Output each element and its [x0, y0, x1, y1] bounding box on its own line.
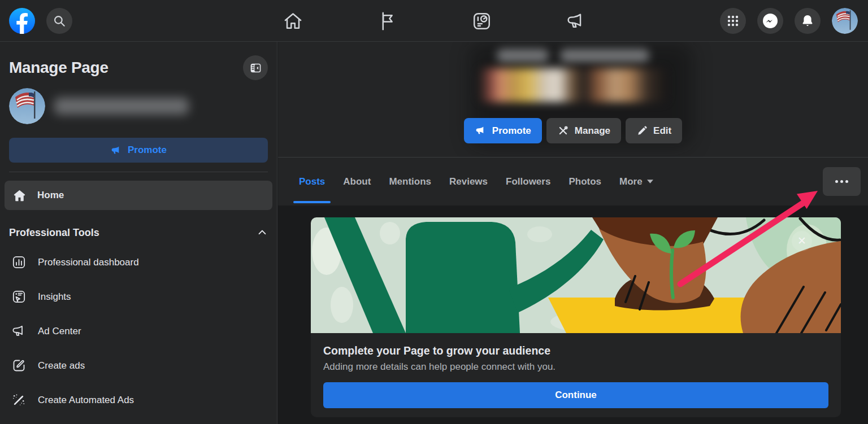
tab-label: More	[619, 176, 643, 187]
pencil-icon	[636, 125, 648, 137]
card-body: Complete your Page to grow your audience…	[311, 333, 841, 417]
sidebar-header: Manage Page	[9, 55, 268, 80]
manage-button[interactable]: Manage	[546, 118, 621, 143]
ads-nav-button[interactable]	[558, 0, 594, 42]
tab-label: Mentions	[389, 176, 431, 187]
sidebar-item-insights[interactable]: Insights	[0, 279, 277, 314]
bell-icon	[800, 14, 815, 28]
section-label: Professional Tools	[9, 227, 99, 239]
sidebar-promote-button[interactable]: Promote	[9, 138, 268, 163]
continue-button[interactable]: Continue	[323, 382, 828, 408]
follower-photos-redacted	[479, 68, 667, 102]
magic-wand-icon	[11, 392, 27, 408]
page-title: Manage Page	[9, 59, 108, 77]
page-content: ✕ Complete your Page to grow your audien…	[278, 206, 868, 424]
notifications-button[interactable]	[795, 8, 821, 34]
close-card-button[interactable]: ✕	[792, 231, 812, 251]
pages-nav-button[interactable]	[369, 0, 405, 42]
tab-about[interactable]: About	[334, 158, 380, 206]
tools-icon	[557, 125, 569, 137]
megaphone-icon	[475, 125, 487, 137]
page-avatar[interactable]	[9, 88, 45, 124]
more-options-button[interactable]	[823, 167, 861, 196]
sidebar-home-label: Home	[37, 190, 64, 201]
tab-mentions[interactable]: Mentions	[380, 158, 440, 206]
page-name-redacted	[54, 98, 189, 115]
professional-tools-list: Professional dashboard Insights Ad Cente…	[0, 245, 277, 417]
page-header: Promote Manage Edit	[278, 42, 868, 157]
tab-followers[interactable]: Followers	[497, 158, 559, 206]
home-icon	[283, 11, 303, 32]
insights-icon	[11, 289, 27, 304]
sidebar-item-home[interactable]: Home	[5, 181, 272, 210]
page-tabs: Posts About Mentions Reviews Followers P…	[278, 157, 868, 206]
tab-label: Photos	[568, 176, 601, 187]
tab-label: Posts	[299, 176, 325, 187]
card-subtitle: Adding more details can help people conn…	[323, 361, 828, 373]
ellipsis-icon	[845, 180, 848, 183]
tab-reviews[interactable]: Reviews	[440, 158, 497, 206]
sidebar-item-professional-dashboard[interactable]: Professional dashboard	[0, 245, 277, 279]
flag-avatar-image	[9, 88, 45, 124]
megaphone-icon	[566, 11, 587, 32]
page-main-area: Promote Manage Edit	[278, 42, 868, 424]
caret-down-icon	[647, 180, 653, 183]
tool-label: Professional dashboard	[38, 257, 139, 268]
sidebar-item-create-ads[interactable]: Create ads	[0, 348, 277, 383]
dashboard-nav-button[interactable]	[464, 0, 500, 42]
promote-button[interactable]: Promote	[464, 118, 542, 143]
dashboard-icon	[11, 255, 27, 270]
gardening-illustration	[311, 217, 841, 333]
ellipsis-icon	[835, 180, 838, 183]
facebook-logo[interactable]	[9, 8, 35, 34]
panel-collapse-icon	[249, 61, 263, 75]
page-action-buttons: Promote Manage Edit	[278, 118, 868, 143]
card-title: Complete your Page to grow your audience	[323, 344, 828, 357]
topbar-right-cluster	[720, 8, 858, 34]
flag-avatar-image	[832, 8, 858, 34]
home-nav-button[interactable]	[275, 0, 311, 42]
tool-label: Create ads	[38, 360, 85, 371]
home-icon	[12, 189, 27, 203]
ellipsis-icon	[840, 180, 843, 183]
search-button[interactable]	[46, 8, 72, 34]
sidebar-item-ad-center[interactable]: Ad Center	[0, 314, 277, 348]
megaphone-icon	[110, 145, 122, 156]
topbar-center-nav	[275, 0, 594, 42]
page-stats-redacted	[278, 49, 868, 62]
apps-menu-button[interactable]	[720, 8, 746, 34]
manage-label: Manage	[575, 125, 610, 137]
manage-page-sidebar: Manage Page	[0, 42, 277, 424]
profile-avatar[interactable]	[832, 8, 858, 34]
tab-label: Followers	[506, 176, 550, 187]
create-ads-icon	[11, 358, 27, 373]
messenger-button[interactable]	[757, 8, 783, 34]
collapse-sidebar-button[interactable]	[243, 55, 268, 80]
likes-count-redacted	[497, 49, 549, 62]
tab-posts[interactable]: Posts	[290, 158, 334, 206]
chevron-up-icon	[257, 227, 268, 238]
professional-dashboard-icon	[471, 11, 492, 32]
tab-more[interactable]: More	[610, 158, 662, 206]
tab-label: About	[343, 176, 371, 187]
sidebar-promote-label: Promote	[128, 145, 167, 156]
tab-label: Reviews	[449, 176, 488, 187]
complete-page-card: ✕ Complete your Page to grow your audien…	[311, 217, 841, 417]
edit-button[interactable]: Edit	[626, 118, 682, 143]
followers-count-redacted	[560, 49, 649, 62]
professional-tools-header[interactable]: Professional Tools	[9, 225, 268, 241]
top-navigation-bar	[0, 0, 868, 42]
tool-label: Ad Center	[38, 326, 81, 337]
sidebar-item-create-automated-ads[interactable]: Create Automated Ads	[0, 383, 277, 417]
tab-photos[interactable]: Photos	[559, 158, 610, 206]
topbar-left-cluster	[9, 8, 72, 34]
edit-label: Edit	[653, 125, 671, 137]
pages-flag-icon	[377, 11, 398, 32]
megaphone-icon	[11, 324, 27, 339]
facebook-manage-page-screen: Manage Page	[0, 0, 868, 424]
sidebar-divider	[9, 172, 268, 172]
tool-label: Create Automated Ads	[38, 395, 134, 406]
apps-grid-icon	[726, 14, 740, 28]
tool-label: Insights	[38, 291, 71, 303]
promote-label: Promote	[492, 125, 531, 137]
